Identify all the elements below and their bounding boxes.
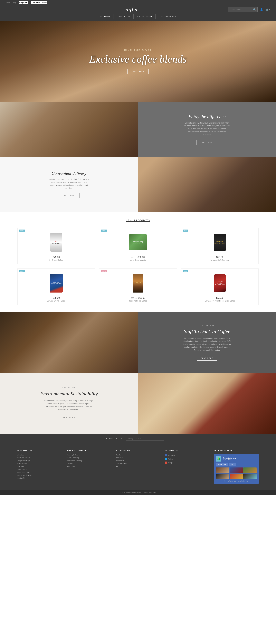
blog-section-1: ⏱ 01 / 18 / 2015 Stuff To Dunk In Coffee…: [0, 312, 276, 373]
cart-icon[interactable]: 🛒 0: [265, 8, 270, 11]
product-price: $25.00: [21, 297, 92, 299]
blog-title-1: Stuff To Dunk In Coffee: [184, 329, 230, 334]
nav-blog[interactable]: Blog: [13, 2, 16, 4]
blog-content-1: ⏱ 01 / 18 / 2015 Stuff To Dunk In Coffee…: [138, 312, 276, 373]
header: coffee 🔍 👤 🛒 0: [0, 5, 276, 14]
footer-link[interactable]: Search Terms: [17, 468, 62, 470]
footer-link[interactable]: Site Map: [17, 466, 62, 467]
footer-link[interactable]: My Wishlist: [116, 460, 160, 462]
footer-link[interactable]: International Shipping: [67, 460, 111, 462]
footer-col-follow-us: FOLLOW US f Facebook t Twitter g Google …: [165, 449, 210, 484]
product-name: Lavazza Premium House Blend Coffee: [184, 300, 255, 302]
footer-social-google[interactable]: g Google +: [165, 462, 210, 464]
footer-link[interactable]: Group Sales: [67, 466, 111, 467]
product-name: Keurig Green Mountain: [102, 259, 174, 261]
delivery-content: Convenient delivery Skip the store, skip…: [0, 157, 138, 212]
nav-espresso[interactable]: ESPRESSO ▾: [97, 14, 114, 19]
product-img-teeccino: TeeccinoNob: [133, 274, 143, 292]
enjoy-content: Enjoy the difference Unlike the grocery …: [138, 102, 276, 157]
fb-page-name: TemplateMonster: [223, 457, 236, 459]
hero-subtitle: FIND THE MOST: [89, 49, 187, 52]
footer-col-why-buy: WHY BUY FROM US Shipping & Returns Secur…: [67, 449, 111, 484]
footer-social-facebook[interactable]: f Facebook: [165, 454, 210, 456]
search-icon: 🔍: [253, 8, 256, 11]
product-card: NEW Green MountainBreakfast Blend $3.00 …: [99, 228, 177, 264]
footer-social-twitter[interactable]: t Twitter: [165, 458, 210, 460]
nav-organic-coffee[interactable]: ORGANIC COFFEE: [133, 14, 156, 19]
hero-cta-button[interactable]: CLICK HERE: [127, 69, 148, 74]
footer-link[interactable]: About Us: [17, 454, 62, 456]
top-bar-left: Home Blog English Currency: USD: [6, 1, 47, 4]
footer-link[interactable]: Privacy Policy: [17, 463, 62, 464]
product-badge: NEW: [183, 230, 189, 232]
product-badge: NEW: [19, 270, 25, 272]
product-price: $63.00 $60.00: [102, 297, 174, 299]
product-card: NEW LAVAZZAPremiumHOUSE BLEND $56.00 Lav…: [181, 268, 259, 305]
fb-avatar: 🐉: [216, 456, 221, 462]
footer-link[interactable]: Customer Service: [17, 457, 62, 459]
products-grid: NEW illy FILTER COFFEE $75.00 illy Groun…: [17, 228, 259, 305]
footer-link[interactable]: View Cart: [116, 457, 160, 459]
footer-link[interactable]: Template Settings: [17, 460, 62, 462]
footer-col-information: INFORMATION About Us Customer Service Te…: [17, 449, 62, 484]
blog-image-1: [0, 312, 138, 373]
product-image: Green MountainBreakfast Blend: [102, 231, 174, 254]
fb-share-button[interactable]: Share: [229, 463, 236, 466]
product-card: SALE TeeccinoNob $63.00 $60.00 Teeccino …: [99, 268, 177, 305]
product-card: NEW LAVAZZACaffe ESPRESSO $56.00 Lavazza…: [181, 228, 259, 264]
footer-link[interactable]: Help: [116, 466, 160, 467]
language-select[interactable]: English: [19, 1, 28, 4]
footer-link[interactable]: Secure Shopping: [67, 457, 111, 459]
new-products-heading: NEW PRODUCTS: [17, 219, 259, 222]
search-form: 🔍: [228, 7, 257, 12]
blog-desc-2: Environmental sustainability — particula…: [44, 399, 94, 411]
product-name: Lavazza Caffe Espresso: [184, 259, 255, 261]
nav-coffee-with-milk[interactable]: COFFEE WITH MILK: [156, 14, 179, 19]
footer-col-title: FACEBOOK PAGE: [214, 449, 259, 452]
product-name: Lavazza Crema e Gusto: [21, 300, 92, 302]
nav-home[interactable]: Home: [6, 2, 10, 4]
footer-col-title: FOLLOW US: [165, 449, 210, 452]
nav-inner: ESPRESSO ▾ COFFEE BEANS ORGANIC COFFEE C…: [97, 14, 180, 19]
enjoy-image: [0, 102, 138, 157]
footer-link[interactable]: Track My Order: [116, 463, 160, 464]
product-image: LAVAZZACREMA E GUSTO: [21, 272, 92, 295]
blog-read-more-1[interactable]: READ MORE: [197, 356, 217, 360]
newsletter-submit[interactable]: →: [167, 437, 170, 440]
currency-select[interactable]: Currency: USD: [31, 1, 47, 4]
footer-link[interactable]: Advanced Search: [17, 472, 62, 473]
delivery-cta-button[interactable]: CLICK HERE: [59, 193, 79, 198]
footer-col-title: MY ACCOUNT: [116, 449, 160, 452]
footer-col-title: INFORMATION: [17, 449, 62, 452]
product-name: Teeccino Herbal Coffee: [102, 300, 174, 302]
chevron-down-icon: ▾: [109, 16, 110, 18]
footer-link[interactable]: Orders and Returns: [17, 474, 62, 476]
footer-link[interactable]: Affiliates: [67, 463, 111, 464]
delivery-section: Convenient delivery Skip the store, skip…: [0, 157, 276, 212]
user-icon[interactable]: 👤: [260, 8, 263, 11]
fb-like-button[interactable]: ▲ Like Page: [216, 463, 228, 466]
footer-col-title: WHY BUY FROM US: [67, 449, 111, 452]
hero-content: FIND THE MOST Exclusive coffee blends CL…: [89, 49, 187, 74]
enjoy-cta-button[interactable]: CLICK HERE: [197, 140, 217, 145]
blog-desc-1: First things first: dunking doughnuts is…: [182, 337, 232, 352]
delivery-title: Convenient delivery: [52, 171, 86, 176]
blog-read-more-2[interactable]: READ MORE: [59, 415, 79, 420]
footer-link[interactable]: Shipping & Returns: [67, 454, 111, 456]
footer-link[interactable]: Contact Us: [17, 477, 62, 479]
newsletter-input[interactable]: [126, 437, 164, 441]
fb-like-count: 75,441 likes: [223, 459, 236, 460]
blog-content-2: ⏱ 01 / 10 / 2015 Environmental Sustainab…: [0, 373, 138, 434]
footer-link[interactable]: Sign In: [116, 454, 160, 456]
facebook-box: 🐉 TemplateMonster 75,441 likes ▲ Like Pa…: [214, 454, 259, 484]
delivery-image: [138, 157, 276, 212]
product-image: LAVAZZACaffe ESPRESSO: [184, 231, 255, 254]
product-badge: NEW: [183, 270, 189, 272]
enjoy-title: Enjoy the difference: [188, 114, 225, 119]
blog-section-2: ⏱ 01 / 10 / 2015 Environmental Sustainab…: [0, 373, 276, 434]
product-image: TeeccinoNob: [102, 272, 174, 295]
product-img-illy: illy FILTER COFFEE: [50, 233, 62, 252]
search-input[interactable]: [230, 8, 253, 11]
nav-coffee-beans[interactable]: COFFEE BEANS: [114, 14, 133, 19]
product-img-lavazza-blue: LAVAZZACREMA E GUSTO: [50, 274, 63, 292]
